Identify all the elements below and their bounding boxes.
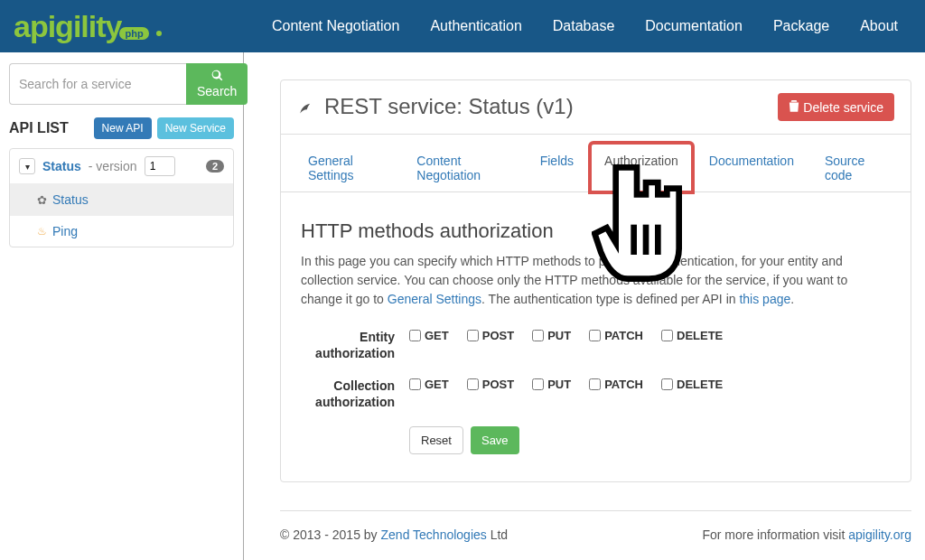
entity-delete-checkbox[interactable] (661, 330, 673, 341)
nav-authentication[interactable]: Authentication (430, 18, 521, 34)
tab-panel-authorization: HTTP methods authorization In this page … (281, 192, 911, 482)
collection-put-checkbox[interactable] (532, 378, 544, 390)
collection-put[interactable]: PUT (532, 378, 571, 391)
leaf-icon: ✿ (37, 193, 47, 207)
sidebar-item-ping[interactable]: ♨ Ping (10, 215, 233, 247)
link-zend[interactable]: Zend Technologies (381, 527, 487, 542)
collection-auth-label: Collection authorization (301, 378, 409, 410)
flame-icon: ♨ (37, 225, 47, 238)
footer-info: For more information visit apigility.org (702, 527, 911, 542)
new-service-button[interactable]: New Service (157, 117, 234, 139)
collection-post[interactable]: POST (467, 378, 514, 391)
nav-package[interactable]: Package (773, 18, 829, 34)
nav-about[interactable]: About (860, 18, 898, 34)
brand-name: apigility (14, 9, 121, 44)
entity-patch[interactable]: PATCH (589, 329, 643, 342)
nav-links: Content Negotiation Authentication Datab… (272, 18, 898, 34)
sidebar: Search API LIST New API New Service ▾ St… (0, 52, 244, 560)
footer: © 2013 - 2015 by Zend Technologies Ltd F… (280, 510, 911, 542)
collection-patch-checkbox[interactable] (589, 378, 601, 390)
save-button[interactable]: Save (471, 426, 519, 454)
copyright: © 2013 - 2015 by Zend Technologies Ltd (280, 527, 508, 542)
entity-authorization-row: Entity authorization GET POST PUT PATCH … (301, 329, 891, 361)
page-title: REST service: Status (v1) (297, 94, 574, 119)
service-panel: REST service: Status (v1) Delete service… (280, 79, 911, 482)
api-name: Status (42, 159, 81, 173)
collection-authorization-row: Collection authorization GET POST PUT PA… (301, 378, 891, 410)
tab-content-negotiation[interactable]: Content Negotiation (402, 143, 523, 192)
tab-documentation[interactable]: Documentation (695, 143, 808, 192)
search-button[interactable]: Search (186, 63, 248, 105)
reset-button[interactable]: Reset (409, 426, 463, 454)
section-title: HTTP methods authorization (301, 219, 891, 243)
sidebar-item-status[interactable]: ✿ Status (10, 183, 233, 215)
entity-get-checkbox[interactable] (409, 330, 421, 341)
entity-put-checkbox[interactable] (532, 330, 544, 341)
top-nav: apigility php Content Negotiation Authen… (0, 0, 925, 52)
php-badge: php (119, 27, 148, 40)
api-list-title: API LIST (9, 120, 69, 136)
search-bar: Search (9, 63, 234, 105)
link-general-settings[interactable]: General Settings (388, 292, 481, 306)
tab-general-settings[interactable]: General Settings (294, 143, 400, 192)
nav-database[interactable]: Database (553, 18, 615, 34)
chevron-down-icon[interactable]: ▾ (19, 158, 35, 174)
leaf-icon (297, 98, 315, 116)
api-list: ▾ Status - version 2 ✿ Status ♨ Ping (9, 148, 234, 247)
entity-put[interactable]: PUT (532, 329, 571, 342)
trash-icon (789, 100, 799, 113)
section-description: In this page you can specify which HTTP … (301, 252, 891, 309)
entity-patch-checkbox[interactable] (589, 330, 601, 341)
version-select[interactable] (145, 156, 175, 176)
nav-documentation[interactable]: Documentation (645, 18, 743, 34)
entity-post-checkbox[interactable] (467, 330, 479, 341)
version-label: - version (89, 159, 137, 173)
sidebar-item-label: Status (52, 192, 89, 207)
brand-logo[interactable]: apigility php (14, 9, 162, 44)
delete-button-label: Delete service (803, 100, 883, 115)
tabs: General Settings Content Negotiation Fie… (281, 142, 911, 192)
new-api-button[interactable]: New API (94, 117, 152, 139)
entity-post[interactable]: POST (467, 329, 514, 342)
collection-post-checkbox[interactable] (467, 378, 479, 390)
entity-delete[interactable]: DELETE (661, 329, 723, 342)
sidebar-item-label: Ping (52, 224, 78, 238)
search-icon (211, 70, 223, 81)
search-button-label: Search (197, 84, 237, 98)
collection-get-checkbox[interactable] (409, 378, 421, 390)
entity-get[interactable]: GET (409, 329, 449, 342)
collection-delete[interactable]: DELETE (661, 378, 723, 391)
entity-auth-label: Entity authorization (301, 329, 409, 361)
search-input[interactable] (9, 63, 186, 105)
nav-content-negotiation[interactable]: Content Negotiation (272, 18, 399, 34)
tab-authorization[interactable]: Authorization (590, 143, 693, 192)
link-this-page[interactable]: this page (739, 292, 790, 306)
link-apigility-org[interactable]: apigility.org (848, 527, 911, 542)
collection-get[interactable]: GET (409, 378, 449, 391)
main-content: REST service: Status (v1) Delete service… (244, 52, 925, 560)
collection-patch[interactable]: PATCH (589, 378, 643, 391)
delete-service-button[interactable]: Delete service (778, 93, 894, 121)
api-row[interactable]: ▾ Status - version 2 (10, 149, 233, 183)
service-count-badge: 2 (206, 160, 224, 173)
tab-source-code[interactable]: Source code (810, 143, 898, 192)
brand-dot-icon (156, 31, 162, 36)
collection-delete-checkbox[interactable] (661, 378, 673, 390)
tab-fields[interactable]: Fields (526, 143, 588, 192)
